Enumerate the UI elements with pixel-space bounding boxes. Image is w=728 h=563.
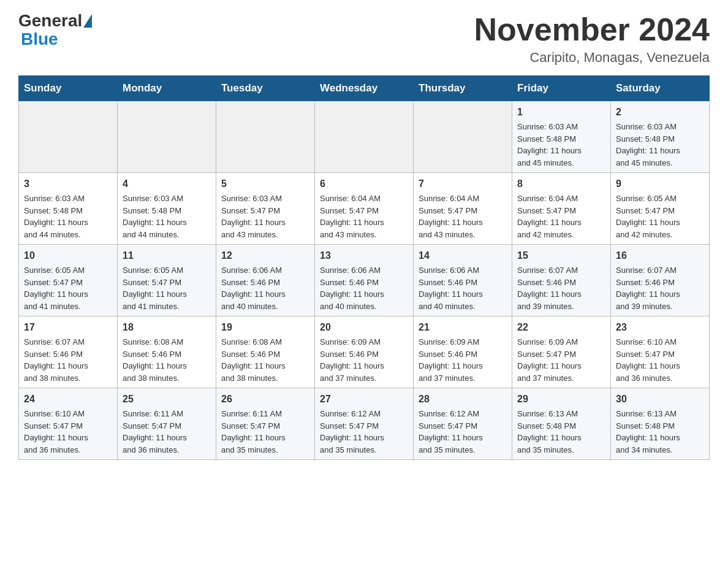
day-info: Sunrise: 6:07 AM Sunset: 5:46 PM Dayligh…: [616, 264, 704, 312]
day-info: Sunrise: 6:03 AM Sunset: 5:48 PM Dayligh…: [616, 121, 704, 169]
calendar-cell: 22Sunrise: 6:09 AM Sunset: 5:47 PM Dayli…: [512, 316, 611, 388]
day-number: 14: [419, 248, 507, 263]
day-info: Sunrise: 6:11 AM Sunset: 5:47 PM Dayligh…: [123, 408, 211, 456]
calendar-table: SundayMondayTuesdayWednesdayThursdayFrid…: [18, 75, 710, 460]
day-number: 1: [517, 105, 605, 120]
calendar-cell: 27Sunrise: 6:12 AM Sunset: 5:47 PM Dayli…: [315, 388, 414, 460]
calendar-cell: 10Sunrise: 6:05 AM Sunset: 5:47 PM Dayli…: [19, 245, 118, 316]
calendar-cell: 6Sunrise: 6:04 AM Sunset: 5:47 PM Daylig…: [315, 173, 414, 245]
day-info: Sunrise: 6:07 AM Sunset: 5:46 PM Dayligh…: [517, 264, 605, 312]
logo: General: [18, 12, 93, 29]
weekday-header-wednesday: Wednesday: [315, 76, 414, 101]
calendar-cell: 14Sunrise: 6:06 AM Sunset: 5:46 PM Dayli…: [414, 245, 512, 316]
title-area: November 2024 Caripito, Monagas, Venezue…: [474, 12, 710, 66]
day-info: Sunrise: 6:09 AM Sunset: 5:46 PM Dayligh…: [320, 336, 408, 384]
day-info: Sunrise: 6:11 AM Sunset: 5:47 PM Dayligh…: [221, 408, 309, 456]
day-info: Sunrise: 6:09 AM Sunset: 5:47 PM Dayligh…: [517, 336, 605, 384]
calendar-cell: 12Sunrise: 6:06 AM Sunset: 5:46 PM Dayli…: [216, 245, 315, 316]
day-number: 8: [517, 177, 605, 191]
month-title: November 2024: [474, 12, 710, 47]
day-info: Sunrise: 6:07 AM Sunset: 5:46 PM Dayligh…: [24, 336, 112, 384]
header: General Blue November 2024 Caripito, Mon…: [18, 12, 710, 66]
day-number: 28: [419, 392, 507, 407]
day-number: 25: [123, 392, 211, 407]
day-number: 30: [616, 392, 704, 407]
day-number: 24: [24, 392, 112, 407]
day-info: Sunrise: 6:10 AM Sunset: 5:47 PM Dayligh…: [24, 408, 112, 456]
day-info: Sunrise: 6:04 AM Sunset: 5:47 PM Dayligh…: [320, 193, 408, 240]
day-number: 12: [221, 248, 309, 263]
calendar-cell: [216, 101, 315, 173]
calendar-body: 1Sunrise: 6:03 AM Sunset: 5:48 PM Daylig…: [19, 101, 710, 460]
day-number: 19: [221, 320, 309, 335]
calendar-cell: 18Sunrise: 6:08 AM Sunset: 5:46 PM Dayli…: [118, 316, 216, 388]
day-info: Sunrise: 6:08 AM Sunset: 5:46 PM Dayligh…: [123, 336, 211, 384]
calendar-cell: 17Sunrise: 6:07 AM Sunset: 5:46 PM Dayli…: [19, 316, 118, 388]
day-number: 18: [123, 320, 211, 335]
day-info: Sunrise: 6:05 AM Sunset: 5:47 PM Dayligh…: [616, 193, 704, 240]
calendar-cell: 13Sunrise: 6:06 AM Sunset: 5:46 PM Dayli…: [315, 245, 414, 316]
day-number: 11: [123, 248, 211, 263]
calendar-cell: 30Sunrise: 6:13 AM Sunset: 5:48 PM Dayli…: [611, 388, 710, 460]
day-info: Sunrise: 6:10 AM Sunset: 5:47 PM Dayligh…: [616, 336, 704, 384]
day-info: Sunrise: 6:03 AM Sunset: 5:48 PM Dayligh…: [123, 193, 211, 240]
day-number: 27: [320, 392, 408, 407]
calendar-cell: 8Sunrise: 6:04 AM Sunset: 5:47 PM Daylig…: [512, 173, 611, 245]
calendar-cell: 24Sunrise: 6:10 AM Sunset: 5:47 PM Dayli…: [19, 388, 118, 460]
location-title: Caripito, Monagas, Venezuela: [474, 50, 710, 66]
day-number: 10: [24, 248, 112, 263]
day-number: 16: [616, 248, 704, 263]
day-number: 20: [320, 320, 408, 335]
weekday-header-row: SundayMondayTuesdayWednesdayThursdayFrid…: [19, 76, 710, 101]
day-number: 3: [24, 177, 112, 191]
calendar-cell: 3Sunrise: 6:03 AM Sunset: 5:48 PM Daylig…: [19, 173, 118, 245]
calendar-cell: 23Sunrise: 6:10 AM Sunset: 5:47 PM Dayli…: [611, 316, 710, 388]
calendar-cell: 28Sunrise: 6:12 AM Sunset: 5:47 PM Dayli…: [414, 388, 512, 460]
day-number: 17: [24, 320, 112, 335]
day-info: Sunrise: 6:13 AM Sunset: 5:48 PM Dayligh…: [517, 408, 605, 456]
week-row-4: 17Sunrise: 6:07 AM Sunset: 5:46 PM Dayli…: [19, 316, 710, 388]
day-info: Sunrise: 6:05 AM Sunset: 5:47 PM Dayligh…: [123, 264, 211, 312]
calendar-cell: 16Sunrise: 6:07 AM Sunset: 5:46 PM Dayli…: [611, 245, 710, 316]
day-number: 15: [517, 248, 605, 263]
day-number: 9: [616, 177, 704, 191]
day-number: 4: [123, 177, 211, 191]
week-row-5: 24Sunrise: 6:10 AM Sunset: 5:47 PM Dayli…: [19, 388, 710, 460]
day-info: Sunrise: 6:03 AM Sunset: 5:48 PM Dayligh…: [24, 193, 112, 240]
calendar-cell: 15Sunrise: 6:07 AM Sunset: 5:46 PM Dayli…: [512, 245, 611, 316]
day-info: Sunrise: 6:04 AM Sunset: 5:47 PM Dayligh…: [517, 193, 605, 240]
calendar-cell: 11Sunrise: 6:05 AM Sunset: 5:47 PM Dayli…: [118, 245, 216, 316]
day-number: 6: [320, 177, 408, 191]
calendar-cell: [19, 101, 118, 173]
calendar-cell: 5Sunrise: 6:03 AM Sunset: 5:47 PM Daylig…: [216, 173, 315, 245]
calendar-cell: 9Sunrise: 6:05 AM Sunset: 5:47 PM Daylig…: [611, 173, 710, 245]
calendar-cell: 2Sunrise: 6:03 AM Sunset: 5:48 PM Daylig…: [611, 101, 710, 173]
day-number: 2: [616, 105, 704, 120]
day-info: Sunrise: 6:13 AM Sunset: 5:48 PM Dayligh…: [616, 408, 704, 456]
weekday-header-monday: Monday: [118, 76, 216, 101]
calendar-cell: 29Sunrise: 6:13 AM Sunset: 5:48 PM Dayli…: [512, 388, 611, 460]
calendar-cell: [118, 101, 216, 173]
week-row-3: 10Sunrise: 6:05 AM Sunset: 5:47 PM Dayli…: [19, 245, 710, 316]
calendar-cell: 21Sunrise: 6:09 AM Sunset: 5:46 PM Dayli…: [414, 316, 512, 388]
day-info: Sunrise: 6:08 AM Sunset: 5:46 PM Dayligh…: [221, 336, 309, 384]
calendar-cell: [414, 101, 512, 173]
calendar-cell: 26Sunrise: 6:11 AM Sunset: 5:47 PM Dayli…: [216, 388, 315, 460]
weekday-header-tuesday: Tuesday: [216, 76, 315, 101]
day-number: 21: [419, 320, 507, 335]
week-row-2: 3Sunrise: 6:03 AM Sunset: 5:48 PM Daylig…: [19, 173, 710, 245]
logo-blue-text: Blue: [21, 29, 58, 48]
calendar-cell: 25Sunrise: 6:11 AM Sunset: 5:47 PM Dayli…: [118, 388, 216, 460]
weekday-header-saturday: Saturday: [611, 76, 710, 101]
calendar-cell: 4Sunrise: 6:03 AM Sunset: 5:48 PM Daylig…: [118, 173, 216, 245]
week-row-1: 1Sunrise: 6:03 AM Sunset: 5:48 PM Daylig…: [19, 101, 710, 173]
weekday-header-sunday: Sunday: [19, 76, 118, 101]
day-number: 26: [221, 392, 309, 407]
calendar-cell: [315, 101, 414, 173]
day-info: Sunrise: 6:05 AM Sunset: 5:47 PM Dayligh…: [24, 264, 112, 312]
calendar-cell: 20Sunrise: 6:09 AM Sunset: 5:46 PM Dayli…: [315, 316, 414, 388]
calendar-header: SundayMondayTuesdayWednesdayThursdayFrid…: [19, 76, 710, 101]
calendar-cell: 19Sunrise: 6:08 AM Sunset: 5:46 PM Dayli…: [216, 316, 315, 388]
weekday-header-thursday: Thursday: [414, 76, 512, 101]
calendar-cell: 7Sunrise: 6:04 AM Sunset: 5:47 PM Daylig…: [414, 173, 512, 245]
